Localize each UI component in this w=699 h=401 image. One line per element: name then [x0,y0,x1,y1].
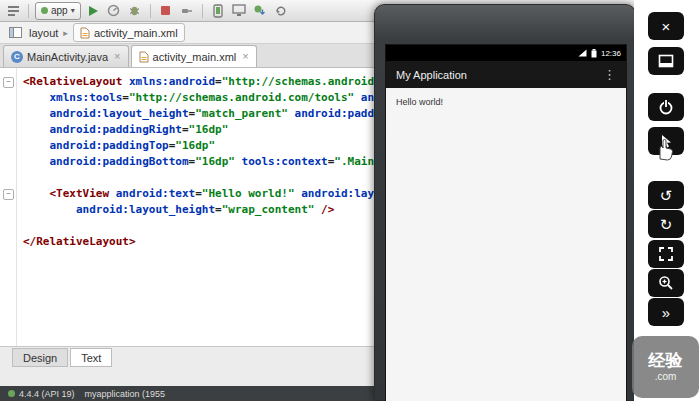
emulator-window: 12:36 My Application ⋮ Hello world! [374,4,636,401]
run-button[interactable] [84,2,102,20]
emulator-screen[interactable]: 12:36 My Application ⋮ Hello world! [385,44,627,401]
device-label: 4.4.4 (API 19) [19,389,75,399]
run-config-label: app [51,5,68,16]
minimize-icon [658,54,674,68]
tab-text[interactable]: Text [70,348,112,367]
app-action-bar: My Application ⋮ [386,61,626,88]
hello-world-text: Hello world! [396,97,443,107]
toolbar-separator [150,4,151,18]
status-clock: 12:36 [601,49,621,58]
run-config-dropdown[interactable]: app ▾ [35,2,81,20]
tab-design[interactable]: Design [12,348,68,367]
watermark: 经验 .com [632,336,699,398]
device-status-bar: 12:36 [386,45,626,61]
rotate-right-button[interactable]: ↻ [648,210,684,238]
fold-marker[interactable]: − [3,189,14,200]
toolbar-separator [28,4,29,18]
device-monitor-button[interactable] [230,2,248,20]
class-icon: C [11,51,23,63]
minimize-button[interactable] [648,47,684,75]
xml-file-icon [80,27,90,39]
tab-label: activity_main.xml [153,51,237,63]
close-icon[interactable]: × [242,51,248,62]
crop-frame-icon [658,246,674,262]
toolbar-separator [202,4,203,18]
app-title: My Application [396,69,467,81]
battery-icon [591,49,597,58]
tab-label: MainActivity.java [27,51,108,63]
status-gap [0,368,374,386]
app-content: Hello world! [386,88,626,107]
wifi-icon [578,49,587,57]
sync-project-button[interactable] [272,2,290,20]
profile-button[interactable] [105,2,123,20]
chevron-down-icon: ▾ [71,6,75,15]
android-device-icon [8,390,15,397]
close-icon[interactable]: × [114,51,120,62]
power-button[interactable] [648,93,684,121]
xml-file-icon [139,51,149,63]
screenshot-button[interactable] [648,240,684,268]
close-button[interactable]: × [648,12,684,40]
breadcrumb-file-label: activity_main.xml [94,27,178,39]
tab-mainactivity-java[interactable]: C MainActivity.java × [3,45,129,67]
attach-debugger-button[interactable] [178,2,196,20]
overflow-menu-icon[interactable]: ⋮ [603,67,616,82]
android-app-icon [41,7,48,14]
fold-marker[interactable]: − [3,77,14,88]
power-icon [657,98,675,116]
process-label: myapplication (1955 [85,389,166,399]
tool-windows-icon[interactable] [4,2,22,20]
sdk-manager-button[interactable] [251,2,269,20]
watermark-domain: .com [655,371,677,382]
rotate-left-button[interactable]: ↺ [648,181,684,209]
zoom-button[interactable] [648,269,684,297]
panel-icon[interactable] [6,24,24,42]
breadcrumb-folder[interactable]: layout [29,27,58,39]
stop-button[interactable] [157,2,175,20]
watermark-text: 经验 [649,352,683,371]
hand-cursor-icon [652,136,676,166]
breadcrumb-file[interactable]: activity_main.xml [73,23,185,42]
editor-gutter: − − [0,68,17,346]
magnifier-plus-icon [658,275,674,291]
chevron-right-icon: ▸ [63,28,68,38]
device-status: 4.4.4 (API 19) [8,389,75,399]
editor-mode-tabs: Design Text [0,346,374,368]
android-studio-window: app ▾ [0,0,699,401]
avd-manager-button[interactable] [209,2,227,20]
process-status: myapplication (1955 [85,389,166,399]
tab-activity-main-xml[interactable]: activity_main.xml × [131,45,257,67]
debug-button[interactable] [126,2,144,20]
more-controls-button[interactable]: » [648,298,684,326]
